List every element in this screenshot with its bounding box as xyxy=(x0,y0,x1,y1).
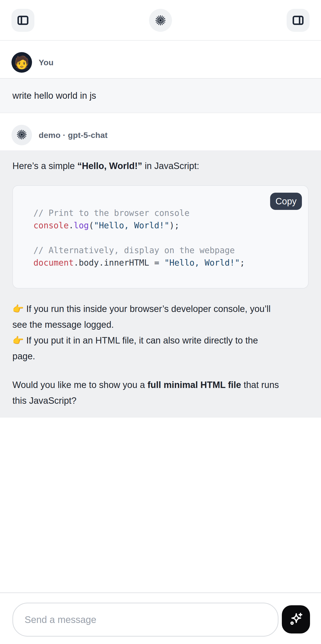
code-lines: // Print to the browser consoleconsole.l… xyxy=(33,207,299,269)
send-button[interactable] xyxy=(282,605,310,634)
user-avatar-emoji: 🧑 xyxy=(14,56,30,68)
right-panel-toggle-button[interactable] xyxy=(287,9,310,32)
intro-pre: Here’s a simple xyxy=(12,161,77,171)
code-token-plain: ); xyxy=(169,221,179,230)
assistant-name-label: demo · gpt-5-chat xyxy=(39,130,108,140)
code-token-plain: ( xyxy=(89,221,94,230)
intro-post: in JavaScript: xyxy=(142,161,199,171)
code-line: // Print to the browser console xyxy=(33,207,299,219)
top-bar xyxy=(0,0,321,41)
assistant-tips-paragraph: 👉 If you run this inside your browser’s … xyxy=(12,301,309,364)
code-line: console.log("Hello, World!"); xyxy=(33,219,299,232)
followup-pre: Would you like me to show you a xyxy=(12,380,147,390)
user-avatar: 🧑 xyxy=(11,52,32,73)
code-line: // Alternatively, display on the webpage xyxy=(33,244,299,256)
assistant-intro-paragraph: Here’s a simple “Hello, World!” in JavaS… xyxy=(12,158,309,174)
message-input[interactable] xyxy=(12,603,279,636)
panel-left-icon xyxy=(16,14,30,27)
user-message-text: write hello world in js xyxy=(12,88,96,104)
code-token-red: document xyxy=(33,258,74,268)
burst-icon xyxy=(155,14,166,26)
code-line xyxy=(33,232,299,244)
code-token-red: console xyxy=(33,221,69,230)
code-token-string: "Hello, World!" xyxy=(164,258,240,268)
code-token-string: "Hello, World!" xyxy=(94,221,169,230)
model-burst-button[interactable] xyxy=(149,9,172,32)
code-token-comment: // Alternatively, display on the webpage xyxy=(33,246,235,255)
intro-bold: “Hello, World!” xyxy=(77,161,142,171)
assistant-message-band: Here’s a simple “Hello, World!” in JavaS… xyxy=(0,150,321,418)
followup-bold: full minimal HTML file xyxy=(147,380,241,390)
assistant-speaker-row: demo · gpt-5-chat xyxy=(11,125,321,145)
sparkles-icon xyxy=(287,610,305,628)
code-token-plain: . xyxy=(69,221,74,230)
code-token-plain: .body.innerHTML = xyxy=(74,258,164,268)
panel-right-icon xyxy=(291,14,305,27)
chat-scroll-area[interactable]: 🧑 You write hello world in js xyxy=(0,41,321,592)
user-speaker-row: 🧑 You xyxy=(11,52,321,73)
code-token-purple: log xyxy=(74,221,89,230)
assistant-followup-paragraph: Would you like me to show you a full min… xyxy=(12,377,309,408)
code-token-plain: ; xyxy=(240,258,245,268)
code-line: document.body.innerHTML = "Hello, World!… xyxy=(33,256,299,269)
code-token-comment: // Print to the browser console xyxy=(33,208,189,218)
user-name-label: You xyxy=(39,58,53,67)
code-block: Copy // Print to the browser consolecons… xyxy=(12,185,309,288)
sidebar-toggle-button[interactable] xyxy=(11,9,34,32)
assistant-avatar xyxy=(11,125,32,145)
user-message-band: write hello world in js xyxy=(0,78,321,113)
copy-code-button[interactable]: Copy xyxy=(270,193,302,210)
composer-bar xyxy=(0,592,321,644)
assistant-burst-icon xyxy=(16,129,27,141)
